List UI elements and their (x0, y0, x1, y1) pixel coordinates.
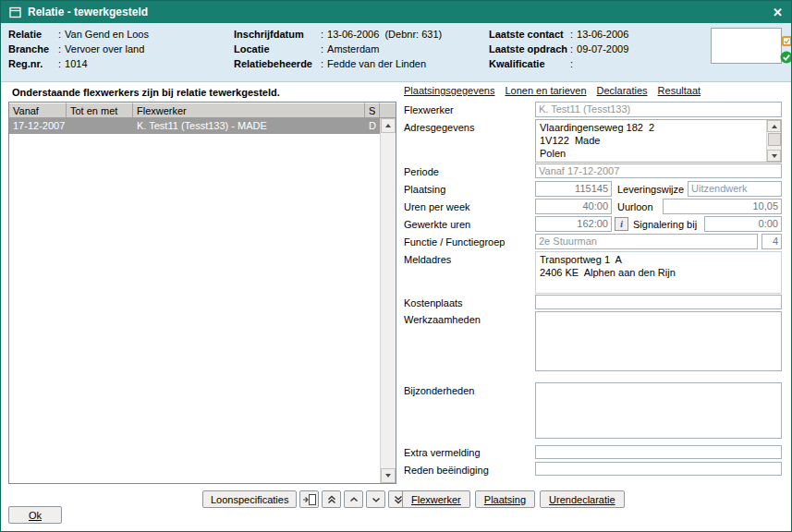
cell-s: D (365, 118, 380, 134)
scroll-down-icon[interactable] (767, 150, 781, 162)
relatie-tewerkgesteld-dialog: Relatie - tewerkgesteld ✕ Relatie:Van Ge… (0, 0, 792, 532)
field-label: Laatste contact (489, 27, 568, 42)
tab-declaraties[interactable]: Declaraties (597, 85, 648, 96)
periode-field: Vanaf 17-12-2007 (535, 163, 782, 178)
ok-button[interactable]: Ok (8, 506, 62, 524)
meldadres-line: 2406 KE Alphen aan den Rijn (540, 266, 777, 279)
uurloon-field[interactable]: 10,05 (663, 199, 782, 214)
gewerkte-uren-label: Gewerkte uren (404, 219, 470, 230)
previous-record-button[interactable] (344, 490, 363, 508)
column-header-s[interactable]: S (365, 103, 380, 117)
adres-scrollbar[interactable] (766, 120, 781, 162)
werkzaamheden-textarea[interactable] (535, 311, 782, 371)
insert-record-icon (303, 494, 316, 505)
window-title: Relatie - tewerkgesteld (28, 6, 766, 18)
meldadres-label: Meldadres (404, 254, 451, 265)
field-label: Inschrijfdatum (234, 27, 319, 42)
functie-label: Functie / Functiegroep (404, 236, 505, 248)
branche-value: Vervoer over land (65, 42, 144, 56)
column-header-tot-en-met[interactable]: Tot en met (67, 103, 133, 117)
field-label: Branche (8, 42, 56, 56)
table-header: Vanaf Tot en met Flexwerker S (9, 103, 396, 118)
uurloon-label: Uurloon (617, 201, 653, 212)
tab-lonen-en-tarieven[interactable]: Lonen en tarieven (505, 85, 586, 96)
close-icon[interactable]: ✕ (773, 6, 783, 18)
separator: : (58, 27, 61, 42)
field-label: Locatie (234, 42, 319, 56)
tab-bar: Plaatsingsgegevens Lonen en tarieven Dec… (404, 85, 701, 96)
tab-plaatsingsgegevens[interactable]: Plaatsingsgegevens (404, 85, 494, 96)
locatie-value: Amsterdam (327, 42, 379, 56)
field-label: Reg.nr. (8, 56, 56, 71)
separator: : (321, 56, 323, 71)
first-record-button[interactable] (322, 490, 341, 508)
separator: : (58, 56, 61, 71)
adres-line: Vlaardingenseweg 182 2 (540, 121, 762, 134)
chevron-up-icon (349, 495, 359, 504)
table-row[interactable]: 17-12-2007 K. Test11 (Tesst133) - MADE D (9, 118, 380, 134)
inschrijfdatum-value: 13-06-2006 (Debnr: 631) (327, 27, 442, 42)
chevron-down-icon (372, 495, 381, 504)
orange-checkbox-icon[interactable] (782, 36, 792, 46)
bijzonderheden-label: Bijzonderheden (404, 385, 474, 396)
next-record-button[interactable] (366, 490, 385, 508)
loonspecificaties-button[interactable]: Loonspecificaties (202, 490, 297, 508)
extra-vermelding-label: Extra vermelding (404, 447, 481, 458)
button-label: Plaatsing (484, 494, 526, 505)
plaatsing-label: Plaatsing (404, 184, 445, 195)
separator: : (570, 27, 573, 42)
field-label: Kwalificatie (489, 56, 568, 71)
scroll-up-icon[interactable] (381, 118, 396, 133)
leveringswijze-label: Leveringswijze (617, 184, 684, 195)
table-scrollbar[interactable] (380, 118, 396, 483)
cell-vanaf: 17-12-2007 (9, 118, 67, 134)
laatste-opdracht-value: 09-07-2009 (577, 42, 628, 56)
functiegroep-field: 4 (762, 234, 782, 249)
column-header-vanaf[interactable]: Vanaf (9, 103, 67, 117)
urendeclaratie-button[interactable]: Urendeclaratie (540, 490, 625, 508)
button-label: Urendeclaratie (549, 494, 615, 505)
reden-beeindiging-field[interactable] (535, 462, 782, 476)
adres-line: 1V122 Made (540, 134, 762, 147)
leveringswijze-field: Uitzendwerk (688, 181, 782, 197)
bijzonderheden-textarea[interactable] (535, 382, 782, 439)
meldadres-box: Transportweg 1 A 2406 KE Alphen aan den … (535, 251, 782, 294)
relatie-value: Van Gend en Loos (65, 27, 149, 42)
green-check-icon[interactable] (780, 51, 792, 64)
separator: : (321, 42, 323, 56)
scroll-up-icon[interactable] (767, 120, 781, 132)
plaatsing-button[interactable]: Plaatsing (475, 490, 535, 508)
adres-line: Polen (540, 147, 762, 160)
separator: : (321, 27, 323, 42)
meldadres-line: Transportweg 1 A (540, 253, 777, 266)
tab-resultaat[interactable]: Resultaat (658, 85, 701, 96)
laatste-contact-value: 13-06-2006 (577, 27, 628, 42)
field-label: Relatiebeheerde (234, 56, 319, 71)
scroll-down-icon[interactable] (381, 468, 396, 483)
field-label: Relatie (8, 27, 56, 42)
photo-placeholder (711, 28, 782, 64)
separator: : (570, 56, 573, 71)
kostenplaats-label: Kostenplaats (404, 297, 463, 308)
uren-per-week-field[interactable]: 40:00 (535, 199, 612, 214)
footer-buttons: Flexwerker Plaatsing Urendeclaratie (402, 490, 625, 508)
signalering-bij-field[interactable]: 0:00 (704, 216, 782, 232)
header-column-1: Relatie:Van Gend en Loos Branche:Vervoer… (8, 27, 149, 71)
extra-vermelding-field[interactable] (535, 445, 782, 459)
cell-tot-en-met (67, 118, 133, 134)
kostenplaats-field[interactable] (535, 295, 782, 309)
flexwerker-button[interactable]: Flexwerker (402, 490, 470, 508)
field-label: Laatste opdrach (489, 42, 568, 56)
signalering-bij-label: Signalering bij (633, 219, 697, 230)
column-header-flexwerker[interactable]: Flexwerker (133, 103, 365, 117)
info-button[interactable]: i (615, 217, 628, 231)
scrollbar-thumb[interactable] (768, 133, 781, 146)
gewerkte-uren-field: 162:00 (535, 216, 612, 232)
titlebar[interactable]: Relatie - tewerkgesteld ✕ (1, 1, 791, 23)
flexworkers-table: Vanaf Tot en met Flexwerker S 17-12-2007… (8, 102, 396, 484)
insert-record-button[interactable] (299, 490, 319, 508)
separator: : (570, 42, 573, 56)
button-label: Flexwerker (411, 494, 461, 505)
button-label: Ok (29, 510, 42, 521)
plaatsing-field[interactable]: 115145 (535, 181, 612, 197)
